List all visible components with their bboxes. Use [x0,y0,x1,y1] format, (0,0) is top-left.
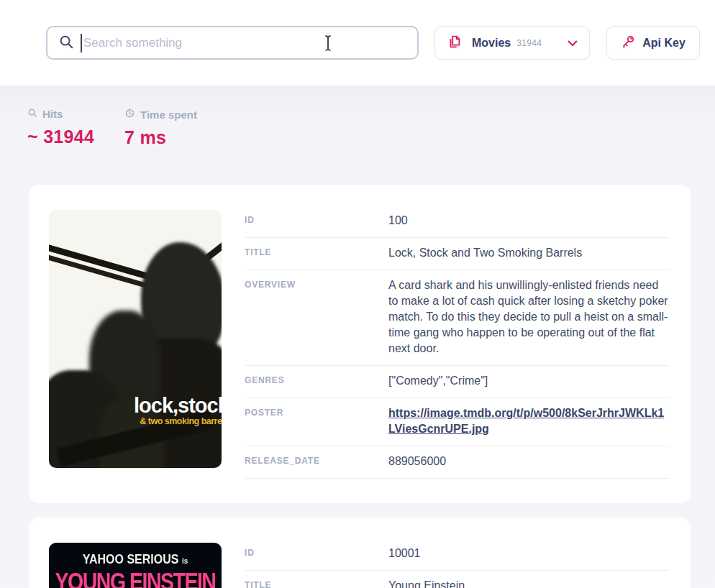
field-row-title: TITLE Young Einstein [245,571,669,588]
top-header: Search something Movies 31944 [0,0,715,86]
field-value: ["Comedy","Crime"] [388,373,669,389]
field-value: Lock, Stock and Two Smoking Barrels [388,245,669,261]
stat-hits-value: ~ 31944 [27,127,124,147]
stat-hits: Hits ~ 31944 [27,108,124,148]
field-label: ID [245,546,388,561]
field-label: RELEASE_DATE [245,454,388,469]
key-icon [621,34,636,52]
document-fields: ID 10001 TITLE Young Einstein OVERVIEW A… [245,538,669,588]
poster-title-text: lock,stock [134,394,222,418]
field-label: TITLE [245,578,388,588]
document-fields: ID 100 TITLE Lock, Stock and Two Smoking… [245,206,669,479]
index-select-movies[interactable]: Movies 31944 [434,26,590,60]
index-select-label: Movies [472,37,511,50]
field-label: OVERVIEW [245,277,388,357]
field-label: ID [245,213,388,229]
index-doc-count: 31944 [516,38,542,48]
field-value: 100 [388,213,669,229]
stat-time-label: Time spent [140,109,197,121]
field-value: A card shark and his unwillingly-enliste… [388,277,669,357]
field-row-poster-url: POSTER https://image.tmdb.org/t/p/w500/8… [245,398,669,446]
field-row-overview: OVERVIEW A card shark and his unwillingl… [245,270,669,366]
results-list: lock,stock & two smoking barrels ID 100 … [0,185,715,588]
field-value: 889056000 [388,454,669,469]
field-row-id: ID 10001 [245,538,669,571]
poster-subtitle-text: & two smoking barrels [134,416,222,426]
field-label: TITLE [245,245,388,261]
search-input[interactable]: Search something [46,26,419,60]
movie-poster-lock-stock: lock,stock & two smoking barrels [49,210,222,468]
field-row-title: TITLE Lock, Stock and Two Smoking Barrel… [245,238,669,270]
field-label: GENRES [245,373,388,389]
stat-hits-label: Hits [42,108,63,120]
stat-time-spent: Time spent 7 ms [124,108,222,148]
field-row-release-date: RELEASE_DATE 889056000 [245,446,669,479]
field-value: Young Einstein [388,578,669,588]
field-label: POSTER [245,405,388,437]
results-area: Hits ~ 31944 Time spent 7 ms [0,86,715,588]
stat-time-value: 7 ms [124,127,222,148]
stopwatch-icon [124,108,135,121]
poster-tagline-text: YAHOO SERIOUS is [49,552,222,567]
poster-title-block: lock,stock & two smoking barrels [134,394,222,426]
movie-poster-young-einstein: YAHOO SERIOUS is YOUNG EINSTEIN [49,543,222,588]
documents-icon [447,34,463,52]
poster-url-link[interactable]: https://image.tmdb.org/t/p/w500/8kSerJrh… [388,405,669,437]
text-caret [81,34,82,52]
stats-bar: Hits ~ 31944 Time spent 7 ms [0,108,715,148]
api-key-button[interactable]: Api Key [606,26,700,60]
search-icon [58,34,74,52]
field-row-id: ID 100 [245,206,669,238]
mouse-ibeam-cursor [323,35,333,55]
api-key-label: Api Key [642,37,686,50]
stat-hits-header: Hits [27,108,124,120]
field-value: 10001 [388,546,669,561]
search-placeholder: Search something [83,36,182,50]
header-actions: Movies 31944 Api Key [434,26,700,60]
chevron-down-icon [568,37,578,50]
result-card-young-einstein: YAHOO SERIOUS is YOUNG EINSTEIN ID 10001… [29,518,691,588]
field-row-genres: GENRES ["Comedy","Crime"] [245,366,669,398]
poster-title-text: YOUNG EINSTEIN [49,567,222,588]
hits-search-icon [27,108,37,120]
stat-time-header: Time spent [124,108,222,121]
result-card-lock-stock: lock,stock & two smoking barrels ID 100 … [29,185,691,503]
